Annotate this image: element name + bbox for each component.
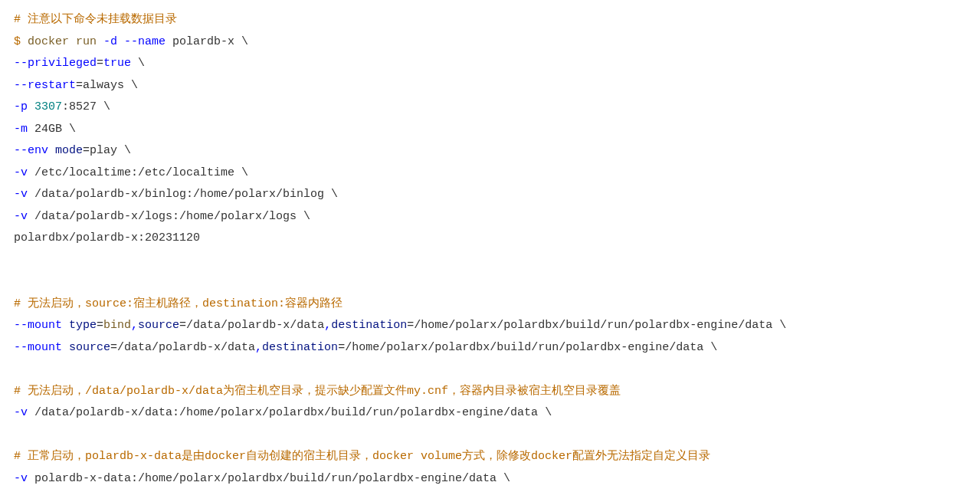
comment-text: 无法启动， [21,385,85,398]
comment-line: # 注意以下命令未挂载数据目录 [14,13,177,26]
path-logs: /data/polardb-x/logs:/home/polarx/logs \ [28,210,310,223]
comment-source: source: [85,297,133,310]
docker-cmd: docker [21,35,69,48]
path-source: /data/polardb-x/data [186,319,324,332]
path-source: /data/polardb-x/data [117,341,255,354]
comment-text: 为宿主机空目录，提示缺少配置文件 [223,385,407,398]
flag-restart: --restart [14,79,76,92]
comment-text: 注意以下命令未挂载数据目录 [21,13,177,26]
comment-text: 正常启动， [21,450,85,463]
code-block: # 注意以下命令未挂载数据目录 $ docker run -d --name p… [0,0,980,492]
image-line: polardbx/polardb-x:20231120 [14,231,200,244]
key-destination: destination [331,319,407,332]
equals: = [110,341,117,354]
flag-env: --env [14,144,48,157]
cmd-line: --env mode=play \ [14,144,131,157]
comma: , [255,341,262,354]
flag-v: -v [14,472,28,485]
flag-privileged: --privileged [14,57,97,70]
hash: # [14,385,21,398]
cmd-line: -v /data/polardb-x/data:/home/polarx/pol… [14,406,552,419]
path-data: /data/polardb-x/data:/home/polarx/polard… [28,406,552,419]
flag-v: -v [14,210,28,223]
cmd-line: --restart=always \ [14,79,138,92]
val-true: true [103,57,131,70]
key-type: type [62,319,97,332]
flag-d: -d [97,35,117,48]
prompt-dollar: $ [14,35,21,48]
backslash: \ [131,57,145,70]
val-always: always \ [83,79,138,92]
key-source: source [62,341,110,354]
arg-text: polardb-x \ [166,35,248,48]
comment-docker: docker [205,450,246,463]
port-3307: 3307 [28,100,62,113]
flag-mount: --mount [14,319,62,332]
cmd-line: --mount source=/data/polardb-x/data,dest… [14,341,717,354]
comment-text: ，容器内目录被宿主机空目录覆盖 [448,385,621,398]
path-volume: polardb-x-data:/home/polarx/polardbx/bui… [28,472,510,485]
equals: = [97,57,103,70]
cmd-line: -v polardb-x-data:/home/polarx/polardbx/… [14,472,510,485]
hash: # [14,13,21,26]
comment-text: 无法启动， [21,297,85,310]
comment-docker: docker [531,450,572,463]
equals: = [407,319,414,332]
port-rest: :8527 \ [62,100,110,113]
hash: # [14,450,21,463]
comment-text: 配置外无法指定自定义目录 [572,450,710,463]
comment-text: 容器内路径 [285,297,343,310]
cmd-line: --mount type=bind,source=/data/polardb-x… [14,319,786,332]
comment-dockervol: docker volume [372,450,462,463]
flag-v: -v [14,406,28,419]
path-binlog: /data/polardb-x/binlog:/home/polarx/binl… [28,188,338,201]
comment-destination: destination: [202,297,285,310]
path-destination: /home/polarx/polardbx/build/run/polardbx… [345,341,717,354]
cmd-line: --privileged=true \ [14,57,145,70]
flag-m: -m [14,123,28,136]
flag-p: -p [14,100,28,113]
cmd-line: -v /data/polardb-x/binlog:/home/polarx/b… [14,188,338,201]
cmd-line: $ docker run -d --name polardb-x \ [14,35,248,48]
comment-line: # 正常启动，polardb-x-data是由docker自动创建的宿主机目录，… [14,450,710,463]
flag-v: -v [14,166,28,179]
env-mode: mode [48,144,83,157]
key-source: source [138,319,179,332]
cmd-line: -m 24GB \ [14,123,76,136]
comment-volname: polardb-x-data [85,450,182,463]
comment-text: 方式，除修改 [462,450,531,463]
val-24gb: 24GB \ [28,123,76,136]
comma: , [131,319,138,332]
flag-name: --name [117,35,166,48]
equals: = [179,319,186,332]
run-subcmd: run [69,35,97,48]
cmd-line: -v /data/polardb-x/logs:/home/polarx/log… [14,210,310,223]
cmd-line: -p 3307:8527 \ [14,100,110,113]
comment-line: # 无法启动，/data/polardb-x/data为宿主机空目录，提示缺少配… [14,385,621,398]
path-destination: /home/polarx/polardbx/build/run/polardbx… [414,319,786,332]
val-play: play \ [90,144,131,157]
path-localtime: /etc/localtime:/etc/localtime \ [28,166,248,179]
comment-mycnf: my.cnf [407,385,448,398]
equals: = [76,79,83,92]
key-destination: destination [262,341,338,354]
equals: = [338,341,345,354]
hash: # [14,297,21,310]
comma: , [324,319,331,332]
equals: = [97,319,103,332]
comment-path: /data/polardb-x/data [85,385,223,398]
equals: = [83,144,90,157]
cmd-line: -v /etc/localtime:/etc/localtime \ [14,166,248,179]
val-bind: bind [103,319,131,332]
comment-line: # 无法启动，source:宿主机路径，destination:容器内路径 [14,297,343,310]
flag-v: -v [14,188,28,201]
comment-text: 宿主机路径， [133,297,202,310]
flag-mount: --mount [14,341,62,354]
comment-text: 自动创建的宿主机目录， [246,450,372,463]
comment-text: 是由 [182,450,205,463]
